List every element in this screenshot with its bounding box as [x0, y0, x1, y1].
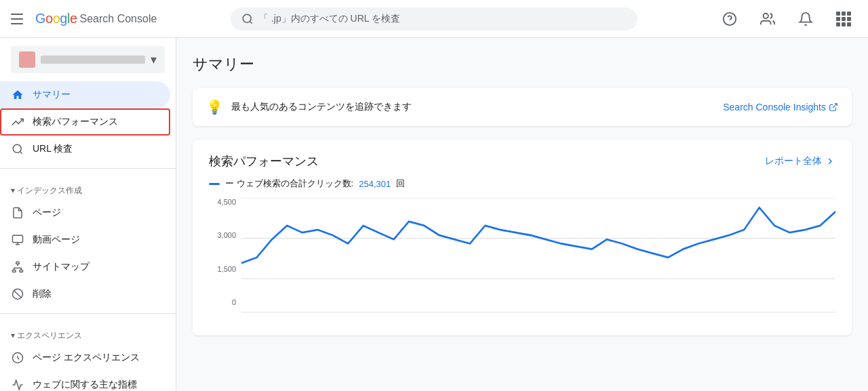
info-banner: 💡 最も人気のあるコンテンツを追跡できます Search Console Ins…: [193, 88, 852, 126]
property-name-text: [41, 56, 145, 64]
svg-point-5: [13, 144, 21, 152]
sidebar-item-removals-label: 削除: [33, 288, 52, 300]
sidebar-item-search-performance[interactable]: 検索パフォーマンス: [0, 108, 170, 136]
top-bar: Google Search Console 「 .jp」内のすべての URL を…: [0, 0, 868, 38]
svg-line-1: [250, 21, 252, 23]
sidebar-item-url-inspection[interactable]: URL 検査: [0, 136, 170, 163]
sidebar-item-pages-label: ページ: [33, 207, 61, 219]
chart-legend: ー ウェブ検索の合計クリック数: 254,301 回: [209, 178, 835, 190]
svg-line-16: [833, 104, 837, 108]
sidebar-item-page-experience[interactable]: ページ エクスペリエンス: [0, 344, 170, 371]
y-label-1500: 1,500: [217, 265, 236, 273]
page-icon: [11, 206, 24, 220]
top-bar-left: Google Search Console: [11, 11, 214, 27]
performance-card-title: 検索パフォーマンス: [209, 153, 319, 169]
sidebar-item-core-web-vitals-label: ウェブに関する主な指標: [33, 379, 137, 391]
chart-container: [241, 198, 835, 322]
search-nav-icon: [11, 142, 24, 156]
property-icon: [19, 52, 35, 68]
sidebar-item-video-pages-label: 動画ページ: [33, 234, 80, 246]
performance-chart: [241, 198, 835, 320]
svg-line-6: [20, 151, 22, 153]
experience-icon: [11, 351, 24, 365]
info-banner-text: 最も人気のあるコンテンツを追跡できます: [231, 101, 412, 113]
sitemap-icon: [11, 260, 24, 274]
chevron-right-icon: [825, 156, 835, 167]
sidebar-item-summary-label: サマリー: [33, 89, 71, 101]
app-title: Search Console: [80, 13, 157, 25]
account-button[interactable]: [754, 5, 781, 33]
section-experience-label: ▾ エクスペリエンス: [0, 319, 176, 344]
content-area: サマリー 💡 最も人気のあるコンテンツを追跡できます Search Consol…: [176, 38, 868, 391]
menu-icon[interactable]: [11, 11, 27, 27]
svg-point-0: [243, 14, 251, 22]
y-label-3000: 3,000: [217, 231, 236, 239]
video-page-icon: [11, 233, 24, 247]
svg-line-14: [14, 291, 22, 298]
svg-rect-12: [20, 270, 23, 272]
nav-divider-1: [0, 168, 176, 169]
notification-button[interactable]: [792, 5, 819, 33]
sidebar-item-url-inspection-label: URL 検査: [33, 143, 73, 155]
sidebar-item-sitemap[interactable]: サイトマップ: [0, 253, 170, 281]
section-index-label: ▾ インデックス作成: [0, 174, 176, 199]
svg-point-4: [764, 13, 768, 18]
google-logo: Google: [35, 11, 77, 26]
search-icon: [241, 13, 254, 25]
apps-button[interactable]: [830, 5, 857, 33]
property-selector[interactable]: ▾: [11, 46, 165, 73]
search-bar[interactable]: 「 .jp」内のすべての URL を検査: [231, 7, 637, 30]
sidebar-item-removals[interactable]: 削除: [0, 281, 170, 308]
chart-area: 4,500 3,000 1,500 0: [209, 198, 835, 322]
sidebar-item-pages[interactable]: ページ: [0, 199, 170, 226]
help-button[interactable]: [716, 5, 743, 33]
search-placeholder-text: 「 .jp」内のすべての URL を検査: [259, 13, 400, 25]
legend-value: 254,301: [359, 179, 391, 189]
sidebar-item-summary[interactable]: サマリー: [0, 81, 170, 108]
remove-icon: [11, 287, 24, 301]
nav-divider-2: [0, 313, 176, 314]
legend-unit: 回: [396, 178, 405, 190]
card-header: 検索パフォーマンス レポート全体: [209, 153, 835, 169]
performance-card: 検索パフォーマンス レポート全体 ー ウェブ検索の合計クリック数: 254,30…: [193, 140, 852, 335]
main-layout: ▾ サマリー 検索パフォーマンス: [0, 38, 868, 391]
top-bar-right: [716, 5, 857, 33]
chevron-down-icon: ▾: [151, 52, 157, 67]
external-link-icon: [829, 102, 838, 112]
legend-line: [209, 183, 220, 185]
trending-up-icon: [11, 115, 24, 129]
report-link[interactable]: レポート全体: [765, 155, 835, 167]
page-title: サマリー: [193, 54, 852, 75]
sidebar-item-sitemap-label: サイトマップ: [33, 261, 90, 273]
vitals-icon: [11, 378, 24, 391]
logo-area: Google Search Console: [35, 11, 157, 26]
sidebar: ▾ サマリー 検索パフォーマンス: [0, 38, 176, 391]
bulb-icon: 💡: [206, 99, 223, 115]
sidebar-item-search-performance-label: 検索パフォーマンス: [33, 116, 118, 128]
grid-icon: [836, 12, 851, 26]
sidebar-item-video-pages[interactable]: 動画ページ: [0, 226, 170, 253]
svg-rect-11: [13, 270, 16, 272]
y-label-0: 0: [232, 298, 236, 306]
svg-rect-10: [16, 262, 20, 264]
sidebar-item-core-web-vitals[interactable]: ウェブに関する主な指標: [0, 371, 170, 391]
search-console-insights-link[interactable]: Search Console Insights: [723, 102, 838, 112]
sidebar-item-page-experience-label: ページ エクスペリエンス: [33, 352, 140, 364]
y-label-4500: 4,500: [217, 198, 236, 206]
y-axis: 4,500 3,000 1,500 0: [209, 198, 241, 320]
svg-rect-7: [13, 235, 23, 243]
info-banner-left: 💡 最も人気のあるコンテンツを追跡できます: [206, 99, 412, 115]
home-icon: [11, 88, 24, 102]
legend-prefix: ー ウェブ検索の合計クリック数:: [225, 178, 353, 190]
